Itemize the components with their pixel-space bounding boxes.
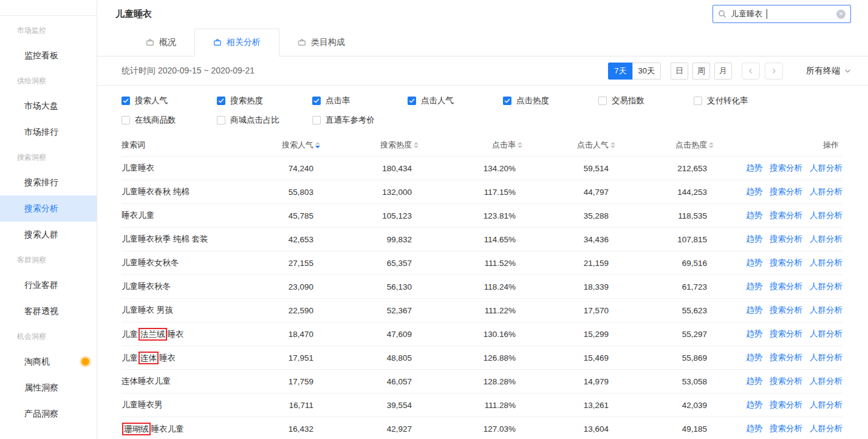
next-page-button[interactable]	[765, 63, 783, 80]
tab-overview[interactable]: 概况	[128, 29, 194, 56]
search-box[interactable]: 儿童睡衣 ✕	[713, 5, 851, 23]
sidebar-item-attribute-insight[interactable]: 属性洞察	[0, 375, 97, 401]
search-analysis-link[interactable]: 搜索分析	[770, 210, 802, 221]
sidebar-item-label: 市场大盘	[24, 101, 58, 112]
clear-search-icon[interactable]: ✕	[836, 10, 846, 19]
search-analysis-link[interactable]: 搜索分析	[770, 234, 802, 245]
filter-payment-conversion[interactable]: 支付转化率	[694, 95, 789, 107]
sidebar-item-audience-perspective[interactable]: 客群透视	[0, 298, 97, 324]
audience-analysis-link[interactable]: 人群分析	[810, 328, 842, 339]
time-range-controls: 7天 30天 日 周 月 所有终端	[608, 63, 851, 80]
sidebar-item-search-ranking[interactable]: 搜索排行	[0, 169, 97, 196]
trend-link[interactable]: 趋势	[746, 257, 762, 268]
trend-link[interactable]: 趋势	[746, 423, 762, 434]
metric-value: 74,240	[237, 164, 321, 173]
trend-link[interactable]: 趋势	[746, 376, 762, 387]
col-click-rate[interactable]: 点击率	[419, 140, 523, 151]
filter-click-popularity[interactable]: 点击人气	[408, 95, 503, 107]
period-month-button[interactable]: 月	[714, 63, 732, 80]
search-analysis-link[interactable]: 搜索分析	[770, 305, 802, 316]
trend-link[interactable]: 趋势	[746, 400, 762, 410]
metric-value: 55,869	[616, 353, 714, 362]
row-actions: 趋势搜索分析人群分析	[714, 328, 842, 339]
col-click-popularity[interactable]: 点击人气	[523, 140, 616, 151]
filter-search-heat[interactable]: 搜索热度	[217, 95, 312, 107]
sidebar-item-search-audience[interactable]: 搜索人群	[0, 222, 97, 248]
sidebar-item-search-analysis[interactable]: 搜索分析	[0, 196, 97, 222]
metric-value: 17,951	[237, 353, 321, 362]
checkbox-mall-click-share[interactable]	[217, 116, 225, 124]
checkbox-online-products[interactable]	[121, 116, 130, 124]
audience-analysis-link[interactable]: 人群分析	[810, 305, 842, 316]
tab-category-composition[interactable]: 类目构成	[279, 29, 363, 56]
period-week-button[interactable]: 周	[692, 63, 710, 80]
search-analysis-link[interactable]: 搜索分析	[770, 328, 802, 339]
trend-link[interactable]: 趋势	[746, 328, 762, 339]
prev-page-button[interactable]	[742, 63, 760, 80]
range-30d-button[interactable]: 30天	[632, 63, 661, 80]
audience-analysis-link[interactable]: 人群分析	[810, 423, 842, 434]
col-search-heat[interactable]: 搜索热度	[321, 140, 419, 151]
filter-online-products[interactable]: 在线商品数	[121, 114, 217, 126]
audience-analysis-link[interactable]: 人群分析	[810, 376, 842, 387]
checkbox-click-popularity[interactable]	[408, 97, 416, 105]
trend-link[interactable]: 趋势	[746, 210, 762, 221]
audience-analysis-link[interactable]: 人群分析	[810, 352, 842, 363]
period-day-button[interactable]: 日	[671, 63, 688, 80]
search-analysis-link[interactable]: 搜索分析	[770, 352, 802, 363]
audience-analysis-link[interactable]: 人群分析	[810, 257, 842, 268]
sort-icon[interactable]	[709, 142, 714, 148]
audience-analysis-link[interactable]: 人群分析	[810, 186, 842, 197]
terminal-select[interactable]: 所有终端	[806, 66, 851, 77]
trend-link[interactable]: 趋势	[746, 281, 762, 292]
sidebar-item-monitor-board[interactable]: 监控看板	[0, 43, 97, 69]
checkbox-ztc-reference-price[interactable]	[312, 116, 321, 124]
checkbox-transaction-index[interactable]	[598, 97, 607, 105]
audience-analysis-link[interactable]: 人群分析	[810, 234, 842, 245]
audience-analysis-link[interactable]: 人群分析	[810, 210, 842, 221]
filter-mall-click-share[interactable]: 商城点击占比	[217, 114, 312, 126]
sort-icon[interactable]	[315, 142, 321, 148]
sidebar-item-tao-opportunity[interactable]: 淘商机	[0, 349, 97, 375]
search-analysis-link[interactable]: 搜索分析	[770, 163, 802, 174]
filter-click-heat[interactable]: 点击热度	[503, 95, 598, 107]
trend-link[interactable]: 趋势	[746, 305, 762, 316]
sidebar-item-industry-audience[interactable]: 行业客群	[0, 272, 97, 298]
filter-search-popularity[interactable]: 搜索人气	[121, 95, 217, 107]
tab-related-analysis[interactable]: 相关分析	[194, 29, 279, 56]
filter-click-rate[interactable]: 点击率	[312, 95, 408, 107]
search-analysis-link[interactable]: 搜索分析	[770, 423, 802, 434]
checkbox-click-rate[interactable]	[312, 97, 321, 105]
range-7d-button[interactable]: 7天	[608, 63, 632, 80]
sidebar-item-product-insight[interactable]: 产品洞察	[0, 401, 97, 427]
row-actions: 趋势搜索分析人群分析	[714, 305, 842, 316]
checkbox-search-heat[interactable]	[217, 97, 225, 105]
trend-link[interactable]: 趋势	[746, 186, 762, 197]
audience-analysis-link[interactable]: 人群分析	[810, 163, 842, 174]
filter-ztc-reference-price[interactable]: 直通车参考价	[312, 114, 408, 126]
search-analysis-link[interactable]: 搜索分析	[770, 186, 802, 197]
filter-transaction-index[interactable]: 交易指数	[598, 95, 694, 107]
trend-link[interactable]: 趋势	[746, 163, 762, 174]
checkbox-search-popularity[interactable]	[121, 97, 130, 105]
search-analysis-link[interactable]: 搜索分析	[770, 257, 802, 268]
col-search-popularity[interactable]: 搜索人气	[237, 140, 321, 151]
audience-analysis-link[interactable]: 人群分析	[810, 281, 842, 292]
trend-link[interactable]: 趋势	[746, 352, 762, 363]
keyword-text: 睡衣	[159, 353, 176, 362]
search-analysis-link[interactable]: 搜索分析	[770, 400, 802, 410]
checkbox-click-heat[interactable]	[503, 97, 511, 105]
sidebar-item-market-overview[interactable]: 市场大盘	[0, 93, 97, 119]
col-click-heat[interactable]: 点击热度	[616, 140, 714, 151]
row-actions: 趋势搜索分析人群分析	[714, 423, 842, 434]
search-analysis-link[interactable]: 搜索分析	[770, 281, 802, 292]
checkbox-payment-conversion[interactable]	[694, 97, 702, 105]
sidebar-item-market-ranking[interactable]: 市场排行	[0, 119, 97, 145]
search-input[interactable]: 儿童睡衣	[731, 9, 762, 19]
audience-analysis-link[interactable]: 人群分析	[810, 400, 842, 410]
sort-icon[interactable]	[610, 142, 616, 148]
sort-icon[interactable]	[518, 142, 523, 148]
sort-icon[interactable]	[414, 142, 419, 148]
trend-link[interactable]: 趋势	[746, 234, 762, 245]
search-analysis-link[interactable]: 搜索分析	[770, 376, 802, 387]
